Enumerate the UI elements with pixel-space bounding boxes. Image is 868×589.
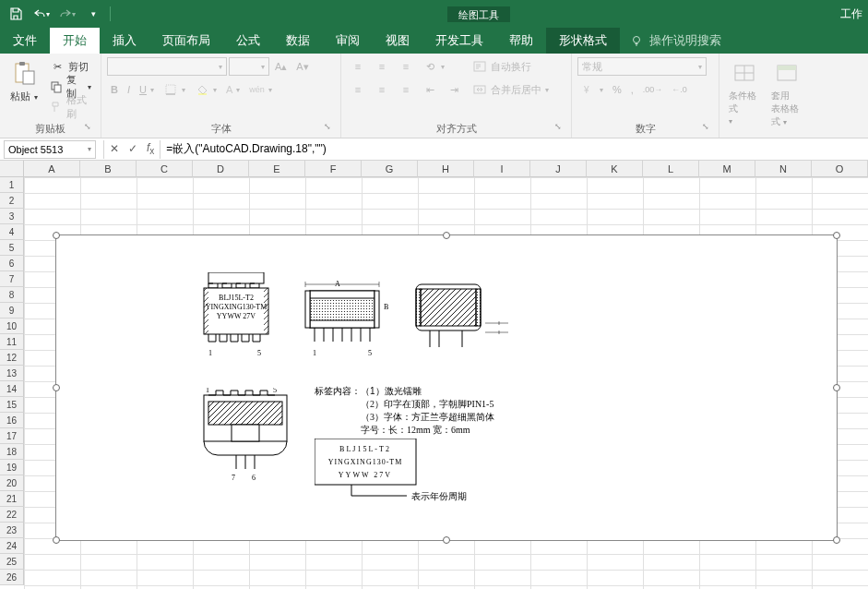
undo-icon[interactable]: ▾	[30, 3, 53, 25]
resize-handle-ne[interactable]	[833, 232, 840, 239]
row-header[interactable]: 14	[0, 381, 24, 397]
resize-handle-e[interactable]	[833, 384, 840, 391]
row-header[interactable]: 3	[0, 209, 24, 224]
row-header[interactable]: 9	[0, 303, 24, 319]
paste-button[interactable]: 粘贴 ▾	[6, 56, 42, 105]
wrap-text-button[interactable]: 自动换行	[469, 56, 553, 77]
cancel-formula-icon[interactable]: ✕	[110, 142, 119, 155]
accounting-button[interactable]: ¥ ▾	[577, 79, 607, 100]
font-size-combo[interactable]: ▾	[229, 57, 269, 76]
row-header[interactable]: 13	[0, 366, 24, 381]
row-header[interactable]: 15	[0, 397, 24, 413]
resize-handle-sw[interactable]	[53, 536, 60, 544]
row-header[interactable]: 17	[0, 428, 24, 444]
row-header[interactable]: 16	[0, 413, 24, 428]
row-header[interactable]: 1	[0, 177, 24, 193]
phonetic-button[interactable]: wén ▾	[245, 79, 276, 100]
orientation-button[interactable]: ⟲ ▾	[419, 56, 448, 77]
worksheet-grid[interactable]: ABCDEFGHIJKLMNO 123456789101112131415161…	[0, 161, 868, 589]
column-header[interactable]: B	[80, 161, 137, 177]
align-center-button[interactable]: ≡	[371, 79, 393, 100]
column-header[interactable]: I	[474, 161, 530, 177]
increase-decimal-button[interactable]: .00→	[639, 79, 667, 100]
column-header[interactable]: N	[755, 161, 812, 177]
row-header[interactable]: 22	[0, 507, 24, 523]
conditional-format-button[interactable]: 条件格式▾	[725, 56, 764, 127]
name-box[interactable]: Object 5513▾	[4, 140, 96, 159]
align-top-button[interactable]: ≡	[347, 56, 369, 77]
column-header[interactable]: D	[193, 161, 249, 177]
format-painter-button[interactable]: 格式刷	[46, 97, 95, 117]
row-header[interactable]: 19	[0, 460, 24, 475]
row-header[interactable]: 6	[0, 256, 24, 271]
row-header[interactable]: 18	[0, 444, 24, 460]
tab-file[interactable]: 文件	[0, 28, 50, 54]
increase-indent-button[interactable]: ⇥	[443, 79, 465, 100]
tab-developer[interactable]: 开发工具	[422, 28, 496, 54]
tab-shape-format[interactable]: 形状格式	[546, 28, 620, 54]
row-header[interactable]: 25	[0, 554, 24, 570]
row-header[interactable]: 26	[0, 570, 24, 585]
column-header[interactable]: H	[418, 161, 474, 177]
qat-customize-icon[interactable]: ▾	[82, 3, 104, 25]
fill-color-button[interactable]: ▾	[191, 79, 220, 100]
dialog-launcher-icon[interactable]: ⤡	[82, 122, 93, 133]
tab-insert[interactable]: 插入	[100, 28, 149, 54]
tab-review[interactable]: 审阅	[323, 28, 373, 54]
italic-button[interactable]: I	[124, 79, 134, 100]
column-header[interactable]: L	[643, 161, 699, 177]
decrease-indent-button[interactable]: ⇤	[419, 79, 441, 100]
resize-handle-nw[interactable]	[53, 232, 60, 239]
column-header[interactable]: M	[699, 161, 755, 177]
row-header[interactable]: 2	[0, 193, 24, 209]
column-header[interactable]: K	[587, 161, 643, 177]
column-header[interactable]: O	[812, 161, 868, 177]
formula-input[interactable]: =嵌入("AutoCAD.Drawing.18","")	[161, 141, 868, 157]
enter-formula-icon[interactable]: ✓	[128, 142, 137, 155]
column-header[interactable]: E	[249, 161, 305, 177]
dialog-launcher-icon[interactable]: ⤡	[322, 122, 333, 133]
row-header[interactable]: 4	[0, 224, 24, 240]
tab-view[interactable]: 视图	[373, 28, 422, 54]
tab-help[interactable]: 帮助	[496, 28, 546, 54]
resize-handle-n[interactable]	[443, 232, 450, 239]
font-name-combo[interactable]: ▾	[107, 57, 227, 76]
resize-handle-se[interactable]	[833, 536, 840, 544]
align-left-button[interactable]: ≡	[347, 79, 369, 100]
tab-home[interactable]: 开始	[50, 28, 100, 54]
border-button[interactable]: ▾	[160, 79, 189, 100]
column-header[interactable]: C	[137, 161, 193, 177]
percent-button[interactable]: %	[609, 79, 625, 100]
column-header[interactable]: F	[305, 161, 362, 177]
align-right-button[interactable]: ≡	[395, 79, 417, 100]
row-header[interactable]: 21	[0, 491, 24, 507]
align-middle-button[interactable]: ≡	[371, 56, 393, 77]
comma-button[interactable]: ,	[627, 79, 637, 100]
row-header[interactable]: 12	[0, 350, 24, 366]
format-table-button[interactable]: 套用 表格格式 ▾	[767, 56, 806, 130]
row-header[interactable]: 7	[0, 271, 24, 287]
row-header[interactable]: 8	[0, 287, 24, 303]
row-header[interactable]: 5	[0, 240, 24, 256]
align-bottom-button[interactable]: ≡	[395, 56, 417, 77]
number-format-combo[interactable]: 常规▾	[577, 57, 707, 76]
merge-button[interactable]: 合并后居中 ▾	[469, 79, 553, 100]
decrease-decimal-button[interactable]: ←.0	[668, 79, 691, 100]
row-header[interactable]: 23	[0, 523, 24, 538]
fx-icon[interactable]: fx	[147, 141, 154, 156]
row-header[interactable]: 10	[0, 319, 24, 334]
column-header[interactable]: A	[24, 161, 80, 177]
resize-handle-s[interactable]	[443, 536, 450, 544]
underline-button[interactable]: U ▾	[136, 79, 158, 100]
select-all-corner[interactable]	[0, 161, 24, 177]
redo-icon[interactable]: ▾	[56, 3, 78, 25]
dialog-launcher-icon[interactable]: ⤡	[700, 122, 711, 133]
increase-font-button[interactable]: A▴	[271, 56, 291, 77]
tell-me-search[interactable]: 操作说明搜索	[620, 28, 731, 54]
row-header[interactable]: 24	[0, 538, 24, 554]
dialog-launcher-icon[interactable]: ⤡	[553, 122, 564, 133]
column-header[interactable]: G	[362, 161, 418, 177]
tab-page-layout[interactable]: 页面布局	[149, 28, 223, 54]
embedded-autocad-object[interactable]: BLJ15L-T2 YINGXING130-TM YYWW 27V 1 5 A …	[55, 234, 838, 541]
row-header[interactable]: 20	[0, 475, 24, 491]
